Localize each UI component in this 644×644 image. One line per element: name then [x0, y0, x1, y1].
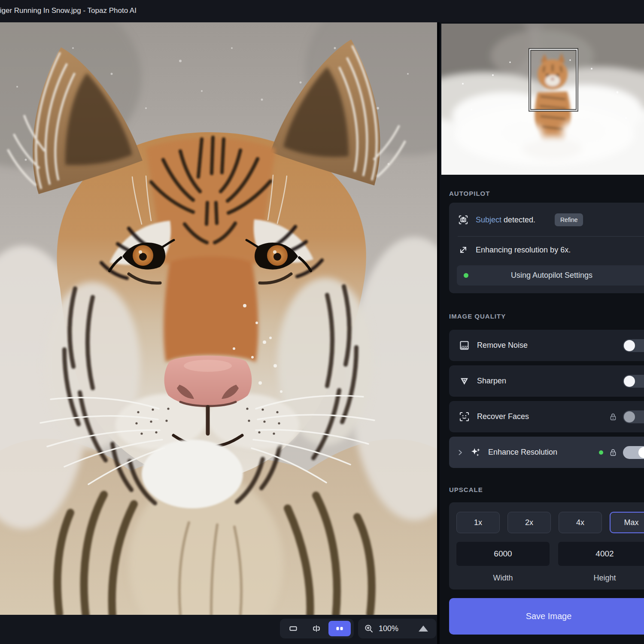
autopilot-card: Subject detected. Refine Enhancing resol…: [449, 203, 644, 293]
view-mode-group: [280, 619, 354, 638]
height-input[interactable]: 4002: [558, 542, 644, 566]
detected-word: detected.: [504, 216, 535, 225]
zoom-dropdown-arrow-icon[interactable]: [419, 626, 428, 632]
height-label: Height: [558, 574, 644, 583]
divider: [458, 236, 644, 237]
upscale-option-max[interactable]: Max: [610, 512, 644, 533]
split-view-icon: [311, 623, 322, 634]
autopilot-settings-label: Using Autopilot Settings: [511, 271, 592, 280]
recover-faces-row[interactable]: Recover Faces: [449, 401, 644, 432]
enhance-resolution-row[interactable]: Enhance Resolution: [449, 437, 644, 468]
autopilot-active-dot: [464, 273, 468, 278]
remove-noise-label: Remove Noise: [477, 341, 528, 350]
upscale-card: 1x2x4xMax 6000 4002 Width Height: [449, 502, 644, 589]
enhance-active-dot: [599, 450, 603, 455]
autopilot-settings-button[interactable]: Using Autopilot Settings: [457, 265, 644, 286]
remove-noise-row[interactable]: Remove Noise: [449, 330, 644, 361]
save-image-button[interactable]: Save Image: [449, 598, 644, 635]
zoom-level: 100%: [379, 624, 398, 633]
viewer-toolbar: 100%: [0, 615, 437, 644]
zoom-in-icon: [364, 623, 374, 634]
side-by-side-view-button[interactable]: [328, 621, 351, 636]
upscale-option-4x[interactable]: 4x: [559, 512, 602, 533]
upscale-options: 1x2x4xMax: [456, 512, 644, 533]
recover-faces-toggle[interactable]: [623, 410, 644, 423]
sharpen-toggle[interactable]: [623, 375, 644, 388]
sharpen-label: Sharpen: [477, 377, 506, 386]
width-input[interactable]: 6000: [456, 542, 550, 566]
split-view-button[interactable]: [305, 621, 328, 636]
autopilot-section-label: AUTOPILOT: [449, 190, 490, 197]
subject-word: Subject: [476, 216, 501, 225]
refine-button[interactable]: Refine: [555, 213, 583, 226]
side-by-side-icon: [334, 623, 345, 634]
navigator-thumbnail[interactable]: [441, 24, 644, 175]
sharpen-icon: [459, 375, 470, 387]
titlebar: Tiger Running In Snow.jpg - Topaz Photo …: [0, 0, 644, 22]
single-view-icon: [288, 623, 299, 634]
photo-canvas[interactable]: 100%: [0, 22, 437, 644]
window-title: Tiger Running In Snow.jpg - Topaz Photo …: [0, 0, 137, 21]
enhance-resolution-toggle[interactable]: [623, 446, 644, 459]
enhance-resolution-label: Enhance Resolution: [488, 448, 557, 457]
upscale-option-1x[interactable]: 1x: [456, 512, 500, 533]
sharpen-row[interactable]: Sharpen: [449, 365, 644, 397]
noise-icon: [459, 340, 470, 351]
resize-diagonal-icon: [458, 244, 469, 255]
upscale-section-label: UPSCALE: [449, 486, 483, 493]
remove-noise-toggle[interactable]: [623, 339, 644, 352]
lock-icon: [608, 412, 618, 422]
width-label: Width: [456, 574, 550, 583]
lock-icon: [608, 448, 618, 457]
image-quality-section-label: IMAGE QUALITY: [449, 313, 506, 320]
chevron-right-icon[interactable]: [456, 448, 465, 457]
upscale-option-2x[interactable]: 2x: [507, 512, 551, 533]
tiger-photo: [0, 22, 437, 615]
single-view-button[interactable]: [282, 621, 304, 636]
subject-detected-row: Subject detected.: [458, 214, 535, 226]
subject-detect-icon: [458, 214, 469, 225]
face-brackets-icon: [459, 411, 470, 422]
zoom-control[interactable]: 100%: [358, 619, 436, 638]
sparkle-icon: [470, 447, 481, 458]
enhancing-resolution-row: Enhancing resolution by 6x.: [458, 244, 571, 256]
navigator-image: [441, 24, 644, 175]
settings-panel: AUTOPILOT Subject detected. Refine: [440, 22, 644, 644]
topaz-photo-ai-window: Tiger Running In Snow.jpg - Topaz Photo …: [0, 0, 644, 644]
enhancing-text: Enhancing resolution by 6x.: [476, 246, 571, 255]
recover-faces-label: Recover Faces: [477, 412, 529, 421]
